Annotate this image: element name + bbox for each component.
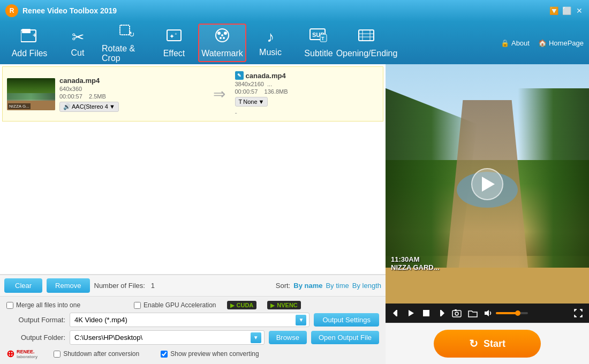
settings-row-3: ⊕ RENEE. laboratory Shutdown after conve… <box>6 348 379 360</box>
svg-text:✦: ✦ <box>169 33 175 40</box>
output-filename: ✎ canada.mp4 <box>235 71 379 80</box>
cut-icon: ✂ <box>72 28 84 46</box>
right-panel: 11:30AM NIZZA GARD... <box>386 64 589 364</box>
show-preview-checkbox[interactable] <box>161 351 168 358</box>
svg-point-30 <box>455 312 458 315</box>
settings-row-1: Merge all files into one Enable GPU Acce… <box>6 301 379 309</box>
close-button[interactable]: ✕ <box>575 6 584 15</box>
effect-icon: ✦ + <box>166 28 182 47</box>
svg-rect-18 <box>359 30 374 41</box>
output-folder-row: Output Folder: C:\Users\HP\Desktop\ ▼ Br… <box>6 330 379 345</box>
svg-point-11 <box>224 32 227 35</box>
gpu-checkbox[interactable] <box>134 302 141 309</box>
renee-logo: ⊕ RENEE. laboratory <box>6 348 37 360</box>
volume-bar[interactable] <box>496 312 528 314</box>
toolbar-watermark[interactable]: Watermark <box>198 24 246 62</box>
window-controls: 🔽 ⬜ ✕ <box>549 6 584 15</box>
watermark-icon <box>214 28 231 47</box>
fullscreen-button[interactable] <box>573 308 584 318</box>
toolbar-watermark-label: Watermark <box>201 49 243 58</box>
volume-control <box>483 308 528 318</box>
svg-text:+: + <box>175 32 177 36</box>
merge-checkbox[interactable] <box>6 302 13 309</box>
skip-back-button[interactable] <box>391 308 402 318</box>
cuda-badge: ▶ CUDA <box>227 301 257 309</box>
minimize-button[interactable]: 🔽 <box>549 6 558 15</box>
video-preview: 11:30AM NIZZA GARD... <box>386 64 589 304</box>
toolbar-cut[interactable]: ✂ Cut <box>54 24 102 62</box>
output-format-label: Output Format: <box>6 316 65 324</box>
svg-rect-1 <box>22 29 31 33</box>
play-button[interactable] <box>471 168 503 200</box>
toolbar-music-label: Music <box>259 48 282 57</box>
svg-rect-29 <box>452 310 461 317</box>
stop-button[interactable] <box>421 308 432 318</box>
sort-area: Sort: By name By time By length <box>276 282 381 290</box>
folder-button[interactable] <box>467 308 479 318</box>
gpu-checkbox-label[interactable]: Enable GPU Acceleration <box>134 301 216 309</box>
shutdown-checkbox[interactable] <box>54 351 61 358</box>
start-area: ↻ Start <box>386 323 589 364</box>
merge-checkbox-label[interactable]: Merge all files into one <box>6 301 80 309</box>
table-row: NIZZA G... canada.mp4 640x360 00:00:57 2… <box>2 66 383 122</box>
file-resolution: 640x360 <box>59 86 203 92</box>
about-button[interactable]: 🔒 About <box>501 39 530 47</box>
browse-button[interactable]: Browse <box>269 331 307 344</box>
output-resolution: 3840x2160 ... <box>235 81 379 87</box>
show-preview-checkbox-label[interactable]: Show preview when converting <box>161 350 259 358</box>
svg-rect-31 <box>455 309 457 311</box>
homepage-button[interactable]: 🏠 HomePage <box>538 39 584 47</box>
sort-by-name[interactable]: By name <box>293 282 322 290</box>
toolbar-add-files-label: Add Files <box>12 49 48 58</box>
output-text-row: T None ▼ <box>235 97 379 107</box>
svg-rect-26 <box>423 310 429 316</box>
file-thumbnail: NIZZA G... <box>7 78 55 110</box>
svg-marker-25 <box>409 310 414 316</box>
svg-point-10 <box>221 34 223 36</box>
thumb-label: NIZZA G... <box>8 103 31 109</box>
output-settings-button[interactable]: Output Settings <box>314 313 379 327</box>
screenshot-button[interactable] <box>451 308 463 318</box>
maximize-button[interactable]: ⬜ <box>562 6 571 15</box>
rotate-crop-icon: ↻ <box>118 23 134 42</box>
toolbar-effect[interactable]: ✦ + Effect <box>150 24 198 62</box>
output-extra: - <box>235 109 379 117</box>
remove-button[interactable]: Remove <box>47 278 89 293</box>
svg-point-13 <box>223 37 225 39</box>
text-dropdown-arrow: ▼ <box>259 98 265 105</box>
sort-by-length[interactable]: By length <box>352 282 381 290</box>
toolbar-add-files[interactable]: + Add Files <box>5 24 54 62</box>
output-folder-select-wrap: C:\Users\HP\Desktop\ ▼ <box>70 330 265 345</box>
sort-by-time[interactable]: By time <box>326 282 349 290</box>
text-icon: T <box>239 98 243 105</box>
start-button[interactable]: ↻ Start <box>434 330 541 358</box>
toolbar-rotate-crop[interactable]: ↻ Rotate & Crop <box>102 24 150 62</box>
volume-knob <box>515 310 520 316</box>
opening-ending-icon <box>358 28 375 47</box>
start-icon: ↻ <box>469 337 478 350</box>
speaker-icon: 🔊 <box>63 103 71 110</box>
open-output-button[interactable]: Open Output File <box>311 331 379 344</box>
toolbar-opening-ending[interactable]: Opening/Ending <box>343 24 391 62</box>
output-format-select[interactable]: 4K Video (*.mp4) <box>70 313 309 327</box>
svg-marker-23 <box>393 310 396 316</box>
audio-selector[interactable]: 🔊 AAC(Stereo 4 ▼ <box>59 102 119 112</box>
shutdown-checkbox-label[interactable]: Shutdown after conversion <box>54 350 139 358</box>
play-pause-button[interactable] <box>406 308 417 318</box>
app-logo: R <box>5 4 18 17</box>
clear-button[interactable]: Clear <box>4 278 42 293</box>
output-folder-select[interactable]: C:\Users\HP\Desktop\ <box>70 330 265 345</box>
video-overlay: 11:30AM NIZZA GARD... <box>391 255 440 271</box>
home-icon: 🏠 <box>538 39 547 47</box>
skip-forward-button[interactable] <box>436 308 447 318</box>
file-info: canada.mp4 640x360 00:00:57 2.5MB 🔊 AAC(… <box>59 77 203 112</box>
nvenc-badge: ▶ NVENC <box>267 301 301 309</box>
bottom-bar: Clear Remove Number of Files: 1 Sort: By… <box>0 275 386 296</box>
toolbar-music[interactable]: ♪ Music <box>246 24 294 62</box>
svg-marker-32 <box>485 310 489 316</box>
svg-point-12 <box>220 37 222 39</box>
volume-icon-button[interactable] <box>483 308 494 318</box>
toolbar-subtitle[interactable]: SUB T Subtitle <box>294 24 343 62</box>
toolbar-subtitle-label: Subtitle <box>304 49 333 58</box>
text-selector[interactable]: T None ▼ <box>235 97 268 107</box>
